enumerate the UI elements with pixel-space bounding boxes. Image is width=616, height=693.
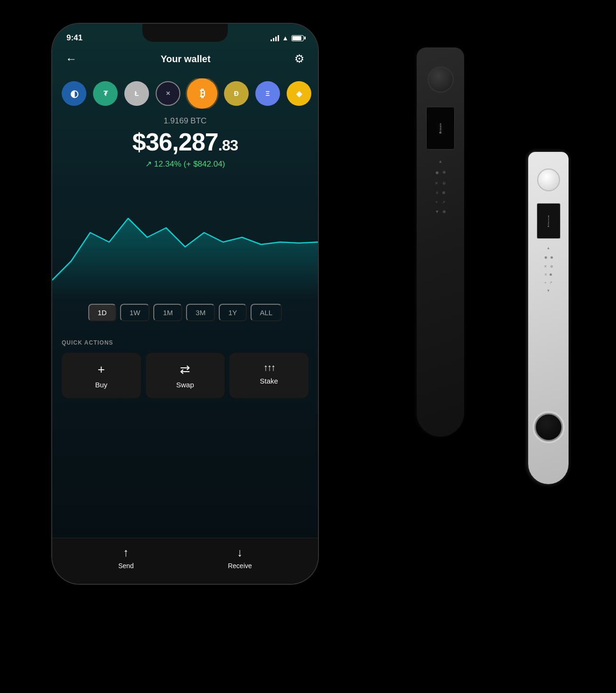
ledger-device-dark: Bitcoin ▲ ● ✕ ⊕ ≡ + ↗ ▼ (417, 47, 464, 437)
stake-button[interactable]: ↑↑↑ Stake (229, 353, 308, 398)
ledger-dark-controls: ▲ ● ✕ ⊕ ≡ + ↗ ▼ (435, 159, 446, 214)
crypto-tabs: ◐ ₮ Ł ✕ ₿ Ð Ξ ◈ A (52, 78, 318, 109)
chart-area (52, 218, 318, 299)
stake-label: Stake (260, 377, 278, 385)
page-title: Your wallet (160, 54, 210, 65)
swap-icon: ⇄ (180, 362, 190, 377)
receive-label: Receive (228, 562, 252, 570)
send-icon: ↑ (123, 546, 129, 559)
phone-notch (142, 24, 228, 42)
ledger-dark-arrow-icon: ↗ (442, 200, 446, 205)
ledger-dark-dot (443, 171, 446, 174)
time-filter-1d[interactable]: 1D (88, 304, 116, 321)
receive-icon: ↓ (237, 546, 243, 559)
battery-icon (291, 35, 304, 41)
quick-actions-label: QUICK ACTIONS (62, 339, 308, 346)
coin-dogecoin[interactable]: Ð (224, 81, 249, 106)
swap-button[interactable]: ⇄ Swap (146, 353, 225, 398)
ledger-dark-screen-text: Bitcoin (439, 123, 442, 133)
phone-screen: 9:41 ▲ ← Your wallet (52, 24, 318, 584)
app-header: ← Your wallet ⚙ (52, 52, 318, 66)
bottom-bar: ↑ Send ↓ Receive (52, 538, 318, 584)
ledger-dark-m-icon: ≡ (436, 190, 438, 195)
time-filter-1m[interactable]: 1M (153, 304, 182, 321)
usd-cents: .83 (218, 137, 238, 154)
buy-label: Buy (95, 381, 107, 389)
buy-icon: + (98, 362, 105, 377)
ledger-white-arrow-icon: ↗ (549, 281, 552, 285)
coin-partial[interactable]: ◐ (62, 81, 86, 106)
ledger-dark-dot2 (442, 191, 445, 194)
ledger-dark-x-icon: ✕ (435, 181, 439, 186)
ledger-device-white: Ethereum ▲ ● ✕ ⊕ ≡ + ↗ ▼ (528, 152, 569, 484)
ledger-dark-wifi-icon: ⊕ (442, 181, 446, 186)
ledger-white-down-icon: ▼ (547, 289, 551, 293)
ledger-dark-plus-icon: + (435, 200, 438, 205)
wifi-icon: ▲ (282, 34, 289, 42)
ledger-white-controls: ▲ ● ✕ ⊕ ≡ + ↗ ▼ (544, 246, 553, 293)
usd-balance: $36,287.83 (52, 128, 318, 156)
time-filter-1w[interactable]: 1W (120, 304, 150, 321)
balance-change: ↗ 12.34% (+ $842.04) (52, 159, 318, 169)
coin-binance[interactable]: ◈ (287, 81, 311, 106)
ledger-white-dot (551, 256, 553, 259)
chart-svg (52, 176, 318, 299)
swap-label: Swap (176, 381, 194, 389)
ledger-dark-screen: Bitcoin (426, 107, 455, 150)
coin-xrp[interactable]: ✕ (156, 81, 180, 106)
ledger-dark-top-button[interactable] (428, 66, 454, 93)
time-filters: 1D 1W 1M 3M 1Y ALL (52, 304, 318, 321)
ledger-dark-up-icon: ▲ (439, 159, 443, 164)
ledger-white-top-button[interactable] (537, 169, 560, 191)
ledger-dark-dot3 (443, 210, 446, 213)
ledger-white-circle-icon: ● (544, 254, 547, 261)
ledger-white-m-icon: ≡ (545, 272, 547, 277)
time-filter-3m[interactable]: 3M (186, 304, 215, 321)
ledger-white-wifi-icon: ⊕ (550, 264, 553, 269)
time-filter-all[interactable]: ALL (251, 304, 282, 321)
btc-balance: 1.9169 BTC (52, 116, 318, 126)
ledger-white-up-icon: ▲ (547, 246, 551, 250)
ledger-dark-down-icon: ▼ (435, 209, 439, 214)
ledger-white-camera-button[interactable] (534, 413, 563, 441)
ledger-white-x-icon: ✕ (544, 264, 547, 269)
status-icons: ▲ (271, 34, 304, 42)
coin-ethereum[interactable]: Ξ (255, 81, 280, 106)
quick-actions-grid: + Buy ⇄ Swap ↑↑↑ Stake (62, 353, 308, 398)
ledger-white-dot2 (550, 273, 552, 276)
time-filter-1y[interactable]: 1Y (219, 304, 246, 321)
buy-button[interactable]: + Buy (62, 353, 141, 398)
coin-tether[interactable]: ₮ (93, 81, 118, 106)
scene: 9:41 ▲ ← Your wallet (0, 0, 616, 693)
back-button[interactable]: ← (65, 52, 77, 66)
balance-section: 1.9169 BTC $36,287.83 ↗ 12.34% (+ $842.0… (52, 116, 318, 169)
ledger-dark-circle-icon: ● (435, 169, 439, 176)
coin-bitcoin[interactable]: ₿ (187, 78, 217, 109)
price-chart (52, 176, 318, 299)
coin-litecoin[interactable]: Ł (124, 81, 149, 106)
usd-main: $36,287 (132, 128, 218, 156)
signal-icon (271, 35, 279, 41)
ledger-white-screen: Ethereum (537, 203, 560, 239)
phone: 9:41 ▲ ← Your wallet (52, 24, 318, 584)
settings-icon[interactable]: ⚙ (294, 52, 305, 66)
stake-icon: ↑↑↑ (263, 362, 275, 373)
quick-actions-section: QUICK ACTIONS + Buy ⇄ Swap ↑↑↑ Stake (52, 339, 318, 398)
status-time: 9:41 (66, 33, 83, 43)
ledger-white-plus-icon: + (544, 281, 547, 285)
send-label: Send (118, 562, 134, 570)
send-button[interactable]: ↑ Send (118, 546, 134, 570)
ledger-white-screen-text: Ethereum (547, 215, 550, 227)
receive-button[interactable]: ↓ Receive (228, 546, 252, 570)
